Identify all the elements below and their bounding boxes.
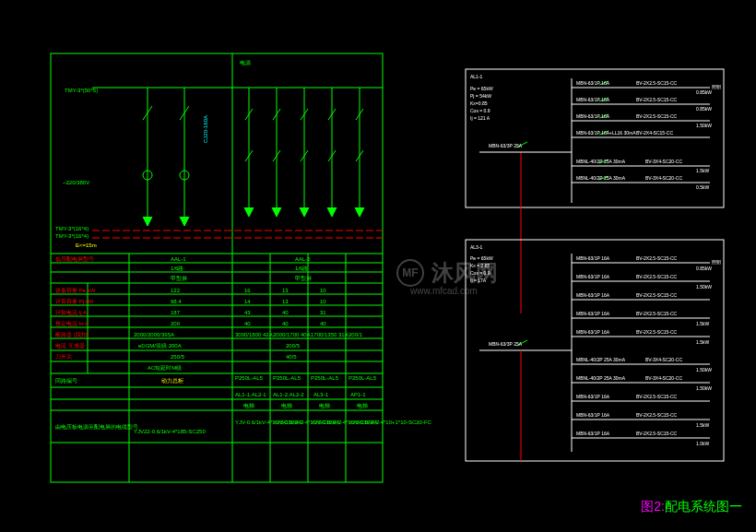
svg-text:甲型屏: 甲型屏: [171, 276, 187, 281]
svg-text:eDGM/双级 200A: eDGM/双级 200A: [138, 343, 182, 349]
svg-text:TMY-3*(16*4): TMY-3*(16*4): [55, 226, 89, 231]
svg-text:13: 13: [282, 299, 289, 304]
figure-number: 图2: [641, 499, 661, 514]
svg-text:电梯: 电梯: [281, 403, 292, 408]
svg-text:98.4: 98.4: [171, 299, 182, 304]
svg-text:Kx=0.85: Kx=0.85: [470, 100, 488, 106]
svg-text:AL1-2,AL2-2: AL1-2,AL2-2: [273, 392, 304, 397]
svg-text:31: 31: [320, 310, 326, 315]
svg-text:电梯: 电梯: [357, 403, 368, 408]
watermark-url: www.mfcad.com: [410, 286, 478, 296]
svg-text:1.0kW: 1.0kW: [696, 441, 709, 446]
svg-text:AP1-1: AP1-1: [350, 392, 366, 397]
svg-text:Pj = 54kW: Pj = 54kW: [470, 93, 491, 99]
svg-text:16: 16: [244, 288, 251, 293]
svg-text:照明: 照明: [712, 84, 721, 89]
svg-text:BV-3X4-SC20-CC: BV-3X4-SC20-CC: [645, 357, 682, 362]
svg-text:BV-2X2.5-SC15-CC: BV-2X2.5-SC15-CC: [636, 97, 678, 102]
svg-text:1.50kW: 1.50kW: [696, 284, 712, 290]
svg-text:40: 40: [282, 321, 289, 326]
svg-text:200: 200: [171, 321, 181, 326]
svg-text:BV-2X2.5-SC15-CC: BV-2X2.5-SC15-CC: [636, 412, 678, 418]
svg-text:电流 互感器: 电流 互感器: [55, 342, 85, 349]
svg-text:BV-2X2.5-SC15-CC: BV-2X2.5-SC15-CC: [636, 292, 678, 298]
svg-text:14: 14: [244, 299, 251, 304]
svg-text:照明: 照明: [712, 259, 721, 265]
svg-text:250/5: 250/5: [171, 354, 185, 360]
cad-drawing: CJ20-160A TMY-3*(50*5) 电源 ~220/380V TMY-…: [0, 0, 756, 532]
svg-text:40: 40: [282, 310, 289, 315]
svg-text:TMY-3*(16*4): TMY-3*(16*4): [55, 233, 89, 239]
svg-text:0.5kW: 0.5kW: [696, 184, 709, 190]
svg-text:Pe = 65kW: Pe = 65kW: [470, 86, 493, 91]
svg-text:MBN-63/1P 16A: MBN-63/1P 16A: [576, 329, 610, 335]
svg-text:MBN-63/3P 25A: MBN-63/3P 25A: [489, 341, 523, 347]
svg-text:1700/1350  31A: 1700/1350 31A: [311, 332, 348, 337]
svg-text:BV-3X4-SC20-CC: BV-3X4-SC20-CC: [645, 175, 682, 181]
svg-text:MBN-63/1P 16A+LL16 30mA: MBN-63/1P 16A+LL16 30mA: [576, 130, 636, 136]
svg-text:MBN-63/1P 16A: MBN-63/1P 16A: [576, 255, 610, 261]
svg-text:200/5: 200/5: [286, 343, 301, 349]
svg-text:MBNL-40/2P 25A 30mA: MBNL-40/2P 25A 30mA: [576, 159, 626, 164]
svg-text:187: 187: [171, 310, 181, 315]
svg-text:43: 43: [244, 310, 251, 315]
svg-text:BV-2X2.5-SC15-CC: BV-2X2.5-SC15-CC: [636, 113, 678, 119]
svg-text:MBN-63/1P 16A: MBN-63/1P 16A: [576, 274, 610, 279]
svg-text:电源: 电源: [240, 60, 251, 65]
svg-text:MBN-63/1P 16A: MBN-63/1P 16A: [576, 431, 610, 436]
svg-text:断路器 (脱扣): 断路器 (脱扣): [55, 332, 89, 337]
svg-text:BV-2X4-SC15-CC: BV-2X4-SC15-CC: [636, 130, 673, 136]
svg-text:1.50kW: 1.50kW: [696, 367, 712, 372]
svg-text:P250L-AL5: P250L-AL5: [235, 375, 264, 381]
svg-text:AAL-1: AAL-1: [171, 256, 186, 262]
svg-text:BV-2X2.5-SC15-CC: BV-2X2.5-SC15-CC: [636, 329, 678, 335]
svg-text:MBNL-40/2P 25A 30mA: MBNL-40/2P 25A 30mA: [576, 175, 626, 181]
svg-text:TMY-3*(50*5): TMY-3*(50*5): [65, 88, 98, 93]
svg-text:13: 13: [282, 288, 289, 293]
svg-text:1/6路: 1/6路: [295, 266, 308, 271]
svg-text:1.50kW: 1.50kW: [696, 385, 712, 391]
svg-text:~220/380V: ~220/380V: [63, 180, 89, 185]
svg-text:BV-2X2.5-SC15-CC: BV-2X2.5-SC15-CC: [636, 431, 678, 436]
svg-text:MBNL-40/2P 25A 30mA: MBNL-40/2P 25A 30mA: [576, 375, 626, 381]
svg-text:BV-2X2.5-SC15-CC: BV-2X2.5-SC15-CC: [636, 80, 678, 86]
svg-text:P250L-AL5: P250L-AL5: [348, 375, 377, 381]
svg-text:2000/2000/395A: 2000/2000/395A: [134, 332, 174, 337]
svg-text:1.5kW: 1.5kW: [696, 321, 709, 326]
svg-text:刀开关: 刀开关: [55, 353, 72, 360]
svg-text:BV-3X4-SC20-CC: BV-3X4-SC20-CC: [645, 375, 682, 381]
svg-text:1/6路: 1/6路: [171, 266, 183, 271]
svg-text:0.85kW: 0.85kW: [696, 266, 712, 271]
svg-text:YJV-0.6/1kV-4*10+1*10-SC20-FC: YJV-0.6/1kV-4*10+1*10-SC20-FC: [348, 420, 432, 425]
svg-text:0.85kW: 0.85kW: [696, 106, 712, 112]
svg-text:P250L-AL5: P250L-AL5: [273, 375, 301, 381]
svg-text:BV-2X2.5-SC15-CC: BV-2X2.5-SC15-CC: [636, 394, 678, 399]
svg-text:MBN-63/1P 16A: MBN-63/1P 16A: [576, 412, 610, 418]
svg-text:Ij = 121 A: Ij = 121 A: [470, 115, 490, 121]
svg-text:AL3-1: AL3-1: [313, 392, 329, 397]
svg-text:40/5: 40/5: [286, 354, 297, 360]
svg-text:10: 10: [320, 299, 326, 304]
svg-text:BV-2X2.5-SC15-CC: BV-2X2.5-SC15-CC: [636, 274, 678, 279]
svg-text:AL1-1,AL2-1: AL1-1,AL2-1: [235, 392, 266, 397]
svg-text:1.5kW: 1.5kW: [696, 339, 709, 345]
svg-text:电梯: 电梯: [243, 403, 254, 408]
svg-text:BV-2X2.5-SC15-CC: BV-2X2.5-SC15-CC: [636, 255, 678, 261]
svg-text:0.85kW: 0.85kW: [696, 89, 712, 95]
svg-text:1.5kW: 1.5kW: [696, 168, 709, 173]
svg-text:MBN-63/1P 16A: MBN-63/1P 16A: [576, 113, 610, 119]
svg-text:BV-3X4-SC20-CC: BV-3X4-SC20-CC: [645, 159, 682, 164]
svg-text:MBN-63/3P 25A: MBN-63/3P 25A: [489, 143, 523, 148]
svg-text:MBN-63/1P 16A: MBN-63/1P 16A: [576, 292, 610, 298]
watermark: MF 沐风网: [396, 258, 498, 288]
svg-text:Cos = 0.9: Cos = 0.9: [470, 108, 490, 113]
svg-text:MBN-63/1P 16A: MBN-63/1P 16A: [576, 394, 610, 399]
svg-text:200/1: 200/1: [348, 332, 363, 337]
svg-text:122: 122: [171, 288, 181, 293]
watermark-icon: MF: [396, 259, 424, 287]
svg-text:1.50kW: 1.50kW: [696, 123, 712, 128]
svg-text:计算电流 Ij  A: 计算电流 Ij A: [55, 309, 87, 315]
svg-text:甲型屏: 甲型屏: [295, 276, 312, 281]
svg-text:动力总柜: 动力总柜: [161, 378, 183, 384]
svg-text:AC短延时M级: AC短延时M级: [148, 365, 182, 371]
